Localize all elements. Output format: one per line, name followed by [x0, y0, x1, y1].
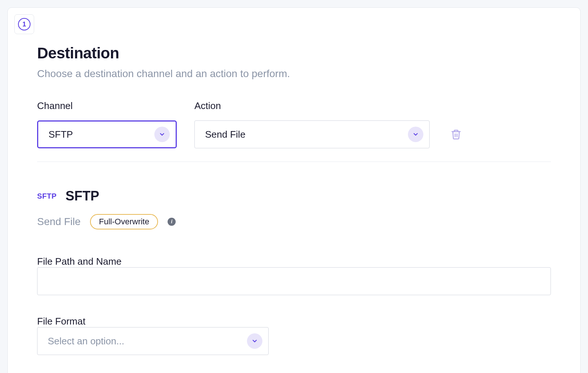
chevron-down-icon [159, 131, 165, 138]
channel-action-row: Channel SFTP Action Send File [37, 100, 551, 148]
filepath-group: File Path and Name [37, 256, 551, 295]
step-number-circle: 1 [18, 18, 31, 30]
format-label: File Format [37, 316, 85, 327]
action-field-group: Action Send File [194, 100, 430, 148]
info-icon[interactable]: i [168, 218, 176, 226]
chevron-down-icon [251, 338, 258, 344]
channel-label: Channel [37, 100, 177, 112]
action-select-value: Send File [205, 129, 245, 140]
channel-field-group: Channel SFTP [37, 100, 177, 148]
protocol-action-label: Send File [37, 216, 80, 228]
chevron-circle [408, 127, 423, 142]
mode-pill-text: Full-Overwrite [99, 217, 149, 227]
protocol-header: SFTP SFTP [37, 188, 551, 204]
destination-card: 1 Destination Choose a destination chann… [7, 7, 581, 373]
delete-destination-button[interactable] [447, 126, 465, 143]
chevron-circle [247, 333, 262, 349]
channel-select-value: SFTP [49, 129, 73, 140]
chevron-circle [154, 127, 170, 142]
step-badge: 1 [14, 14, 34, 34]
protocol-title: SFTP [65, 188, 99, 204]
divider [37, 162, 551, 162]
format-group: File Format Select an option... [37, 316, 551, 355]
channel-select[interactable]: SFTP [37, 120, 177, 148]
step-number: 1 [22, 21, 26, 28]
action-select[interactable]: Send File [194, 120, 430, 148]
filepath-label: File Path and Name [37, 256, 122, 267]
protocol-action-row: Send File Full-Overwrite i [37, 214, 551, 229]
card-content: Destination Choose a destination channel… [8, 8, 580, 373]
action-label: Action [194, 100, 430, 112]
filepath-input[interactable] [37, 267, 551, 295]
chevron-down-icon [412, 131, 419, 138]
trash-icon [451, 128, 462, 140]
format-select[interactable]: Select an option... [37, 327, 269, 355]
format-select-placeholder: Select an option... [48, 336, 124, 347]
section-subtitle: Choose a destination channel and an acti… [37, 68, 551, 80]
mode-pill: Full-Overwrite [90, 214, 158, 229]
protocol-badge: SFTP [37, 192, 57, 200]
section-title: Destination [37, 44, 551, 62]
